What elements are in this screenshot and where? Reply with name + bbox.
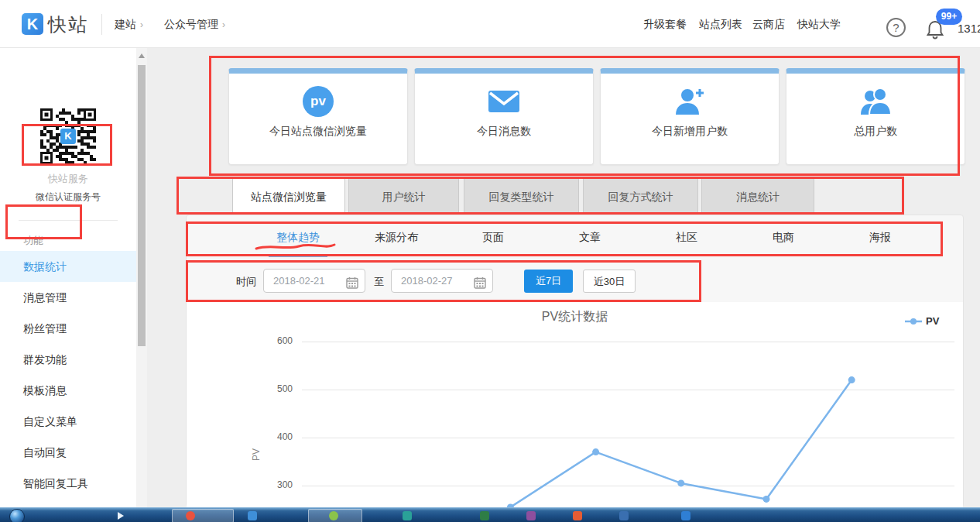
- taskbar-app-teal-icon[interactable]: [403, 511, 412, 520]
- logo-text[interactable]: 快站: [48, 12, 88, 37]
- taskbar-app-steelblue-icon[interactable]: [619, 511, 629, 520]
- tab-user-statistics[interactable]: 用户统计: [348, 178, 459, 215]
- date-from-input[interactable]: 2018-02-21: [263, 269, 365, 293]
- sidebar-item-custom-menu[interactable]: 自定义菜单: [0, 406, 136, 437]
- sidebar-scrollbar-thumb[interactable]: [138, 65, 146, 346]
- subtab-pages[interactable]: 页面: [447, 231, 540, 245]
- card-total-users[interactable]: 总用户数: [786, 68, 965, 165]
- calendar-icon[interactable]: [474, 274, 486, 297]
- scrollbar-up-arrow-icon[interactable]: [139, 53, 145, 58]
- date-range-to-label: 至: [374, 275, 384, 289]
- sidebar-item-mass-send[interactable]: 群发功能: [0, 344, 136, 375]
- sidebar-item-auto-reply[interactable]: 自动回复: [0, 437, 136, 468]
- service-account-type: 微信认证服务号: [0, 191, 136, 204]
- card-today-new-users[interactable]: 今日新增用户数: [600, 68, 780, 165]
- breadcrumb-official-account[interactable]: 公众号管理›: [164, 18, 225, 32]
- chevron-right-icon: ›: [140, 19, 143, 30]
- calendar-icon[interactable]: [346, 274, 358, 297]
- nav-site-list[interactable]: 站点列表: [699, 18, 742, 32]
- nav-upgrade-package[interactable]: 升级套餐: [643, 18, 687, 32]
- header-divider: [101, 14, 102, 35]
- sidebar-section-label: 功能: [23, 234, 43, 248]
- pv-line-chart: PV统计数据 PV PV 300400500600: [187, 302, 963, 507]
- taskbar-app-orange-icon[interactable]: [573, 511, 582, 520]
- sidebar-item-fans-management[interactable]: 粉丝管理: [0, 313, 136, 344]
- active-subtab-underline: [269, 255, 327, 257]
- tab-site-wechat-pageviews[interactable]: 站点微信浏览量: [232, 178, 345, 215]
- tab-message-statistics[interactable]: 消息统计: [701, 178, 814, 215]
- taskbar-show-icons-arrow-icon[interactable]: [118, 512, 124, 520]
- red-scribble-annotation: [254, 242, 338, 252]
- taskbar-app-green-icon[interactable]: [329, 511, 338, 520]
- sidebar-divider: [19, 220, 118, 221]
- subtab-ecommerce[interactable]: 电商: [737, 231, 830, 245]
- subtab-poster[interactable]: 海报: [834, 231, 927, 245]
- sidebar-item-smart-reply-tool[interactable]: 智能回复工具: [0, 468, 136, 499]
- pv-series-line: [187, 302, 963, 507]
- card-label: 今日消息数: [415, 125, 593, 139]
- card-today-wechat-pv[interactable]: pv 今日站点微信浏览量: [228, 68, 408, 165]
- breadcrumb-site-builder[interactable]: 建站›: [115, 18, 143, 32]
- users-icon: [786, 84, 965, 118]
- card-label: 今日站点微信浏览量: [229, 125, 407, 139]
- taskbar-app-red-icon[interactable]: [186, 511, 195, 520]
- tab-reply-method-statistics[interactable]: 回复方式统计: [583, 178, 698, 215]
- taskbar-app-darkgreen-icon[interactable]: [480, 511, 489, 520]
- account-number: 1312: [958, 22, 980, 35]
- time-filter-label: 时间: [236, 275, 256, 289]
- help-icon[interactable]: ?: [886, 18, 906, 37]
- qr-code: K: [40, 108, 96, 164]
- sidebar-item-data-statistics[interactable]: 数据统计: [0, 251, 136, 282]
- pv-badge-icon: pv: [303, 86, 334, 117]
- kuaizhan-logo-icon[interactable]: K: [22, 13, 43, 35]
- chevron-right-icon: ›: [222, 19, 225, 30]
- nav-kuaizhan-academy[interactable]: 快站大学: [797, 18, 841, 32]
- subtab-community[interactable]: 社区: [640, 231, 733, 245]
- qr-logo-icon: K: [60, 129, 76, 144]
- user-plus-icon: [601, 84, 779, 118]
- sidebar: K 快站服务 微信认证服务号 功能 数据统计 消息管理 粉丝管理 群发功能 模板…: [0, 48, 136, 507]
- last-30-days-button[interactable]: 近30日: [583, 270, 636, 293]
- taskbar-app-blue-icon[interactable]: [248, 511, 257, 520]
- sidebar-item-message-management[interactable]: 消息管理: [0, 282, 136, 313]
- taskbar-app-cube-icon[interactable]: [681, 511, 690, 520]
- subtab-source-distribution[interactable]: 来源分布: [350, 231, 443, 245]
- windows-taskbar[interactable]: [0, 507, 980, 522]
- card-label: 今日新增用户数: [601, 125, 779, 139]
- card-today-messages[interactable]: 今日消息数: [414, 68, 594, 165]
- subtab-articles[interactable]: 文章: [543, 231, 636, 245]
- sidebar-menu: 数据统计 消息管理 粉丝管理 群发功能 模板消息 自定义菜单 自动回复 智能回复…: [0, 251, 136, 522]
- taskbar-app-purple-icon[interactable]: [526, 511, 536, 520]
- taskbar-open-app-highlight[interactable]: [172, 509, 234, 522]
- nav-cloud-store[interactable]: 云商店: [752, 18, 785, 32]
- windows-start-orb-icon[interactable]: [9, 509, 25, 522]
- card-label: 总用户数: [786, 125, 965, 139]
- sidebar-item-template-message[interactable]: 模板消息: [0, 375, 136, 406]
- top-header: K 快站 建站› 公众号管理› 升级套餐 站点列表 云商店 快站大学 ? 99+…: [0, 0, 980, 48]
- mail-icon: [415, 84, 593, 118]
- last-7-days-button[interactable]: 近7日: [524, 270, 573, 293]
- tab-reply-type-statistics[interactable]: 回复类型统计: [464, 178, 579, 215]
- service-account-name: 快站服务: [0, 172, 136, 186]
- date-to-input[interactable]: 2018-02-27: [391, 269, 493, 293]
